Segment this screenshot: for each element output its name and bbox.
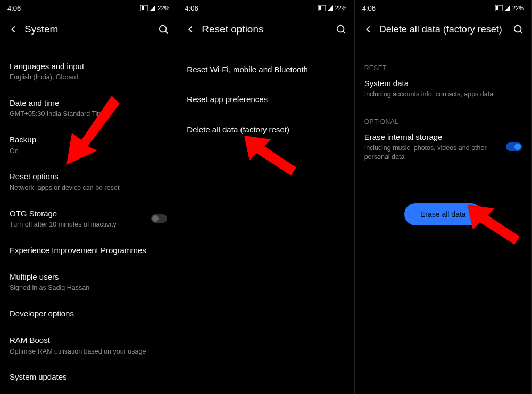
item-subtitle: Signed in as Sadiq Hassan [10, 283, 167, 292]
status-icons [140, 5, 155, 11]
erase-storage-toggle[interactable] [506, 142, 522, 151]
erase-all-data-button[interactable]: Erase all data [404, 203, 482, 225]
back-arrow-icon [362, 23, 374, 35]
item-title: Reset Wi-Fi, mobile and Bluetooth [187, 64, 344, 75]
battery-pct: 22% [157, 5, 169, 11]
status-bar: 4:06 22% [355, 0, 531, 14]
item-title: Multiple users [10, 272, 167, 282]
item-title: Delete all data (factory reset) [187, 124, 344, 135]
volte-icon [140, 5, 148, 11]
back-button[interactable] [362, 23, 374, 35]
erase-storage-item[interactable]: Erase internal storage Including music, … [364, 129, 522, 171]
divider [0, 46, 177, 46]
search-icon [157, 23, 169, 35]
item-subtitle: Turn off after 10 minutes of inactivity [10, 220, 117, 229]
svg-line-13 [520, 31, 522, 33]
languages-item[interactable]: Languages and input English (India), Gbo… [10, 55, 167, 91]
divider [177, 46, 354, 46]
search-icon [512, 23, 524, 35]
item-title: Experience Improvement Programmes [10, 245, 167, 256]
item-title: Date and time [10, 98, 167, 108]
status-right: 22% [140, 5, 169, 11]
status-time: 4:06 [362, 4, 376, 12]
svg-rect-1 [142, 6, 144, 10]
status-bar: 4:06 22% [177, 0, 354, 14]
item-subtitle: Network, apps or device can be reset [10, 183, 167, 192]
status-icons [318, 5, 333, 11]
reset-options-item[interactable]: Reset options Network, apps or device ca… [10, 165, 167, 202]
experience-item[interactable]: Experience Improvement Programmes [10, 239, 167, 265]
reset-app-prefs-item[interactable]: Reset app preferences [187, 85, 344, 114]
battery-pct: 22% [335, 5, 347, 11]
otg-storage-item[interactable]: OTG Storage Turn off after 10 minutes of… [10, 202, 167, 239]
status-right: 22% [318, 5, 347, 11]
header: Delete all data (factory reset) [355, 14, 531, 46]
status-icons [495, 5, 510, 11]
section-optional-label: OPTIONAL [364, 108, 522, 129]
item-title: Developer options [10, 308, 167, 319]
search-button[interactable] [157, 23, 169, 35]
page-title: Reset options [202, 23, 335, 35]
system-updates-item[interactable]: System updates [10, 365, 167, 392]
item-subtitle: Including music, photos, videos and othe… [364, 144, 502, 162]
svg-point-2 [160, 26, 167, 32]
item-title: Reset options [10, 171, 167, 182]
signal-icon [504, 5, 510, 11]
volte-icon [318, 5, 326, 11]
header: Reset options [177, 14, 354, 46]
item-subtitle: Optimise RAM utilisation based on your u… [10, 347, 167, 356]
item-title: System updates [10, 372, 167, 382]
status-time: 4:06 [185, 4, 198, 12]
volte-icon [495, 5, 503, 11]
section-reset-label: RESET [364, 55, 522, 75]
back-arrow-icon [185, 23, 196, 35]
date-time-item[interactable]: Date and time GMT+05:30 India Standard T… [10, 91, 167, 128]
page-title: System [24, 23, 157, 35]
item-title: OTG Storage [10, 208, 117, 219]
search-button[interactable] [335, 23, 347, 35]
signal-icon [149, 5, 155, 11]
multiple-users-item[interactable]: Multiple users Signed in as Sadiq Hassan [10, 265, 167, 302]
svg-rect-11 [496, 6, 498, 10]
item-subtitle: On [10, 147, 167, 156]
item-title: Languages and input [10, 61, 167, 72]
power-off-item[interactable]: Power Off [10, 392, 167, 394]
system-data-item: System data Including accounts info, con… [364, 75, 522, 108]
status-right: 22% [495, 5, 524, 11]
otg-toggle[interactable] [151, 214, 167, 223]
reset-wifi-item[interactable]: Reset Wi-Fi, mobile and Bluetooth [187, 55, 344, 85]
svg-line-8 [343, 31, 345, 33]
item-title: System data [364, 78, 522, 89]
search-icon [335, 23, 347, 35]
back-arrow-icon [7, 23, 19, 35]
status-bar: 4:06 22% [0, 0, 177, 14]
backup-item[interactable]: Backup On [10, 128, 167, 165]
item-title: Erase internal storage [364, 132, 502, 142]
item-title: RAM Boost [10, 335, 167, 346]
item-title: Reset app preferences [187, 94, 344, 105]
status-time: 4:06 [7, 4, 21, 12]
delete-all-data-item[interactable]: Delete all data (factory reset) [187, 115, 344, 145]
svg-rect-6 [319, 6, 321, 10]
svg-point-7 [337, 26, 344, 32]
factory-reset-content: RESET System data Including accounts inf… [355, 51, 531, 225]
signal-icon [327, 5, 333, 11]
ram-boost-item[interactable]: RAM Boost Optimise RAM utilisation based… [10, 329, 167, 365]
search-button[interactable] [512, 23, 524, 35]
header: System [0, 14, 177, 46]
item-subtitle: Including accounts info, contacts, apps … [364, 90, 522, 99]
battery-pct: 22% [512, 5, 524, 11]
item-title: Backup [10, 135, 167, 145]
developer-options-item[interactable]: Developer options [10, 302, 167, 329]
back-button[interactable] [185, 23, 196, 35]
settings-list: Languages and input English (India), Gbo… [0, 51, 177, 394]
factory-reset-screen: 4:06 22% Delete all data (factory reset)… [355, 0, 532, 394]
item-subtitle: English (India), Gboard [10, 73, 167, 82]
system-settings-screen: 4:06 22% System Languages and input Engl… [0, 0, 177, 394]
svg-line-3 [165, 31, 168, 33]
svg-point-12 [514, 26, 521, 32]
divider [355, 46, 531, 46]
reset-options-screen: 4:06 22% Reset options Reset Wi-Fi, mobi… [177, 0, 354, 394]
reset-list: Reset Wi-Fi, mobile and Bluetooth Reset … [177, 51, 354, 145]
back-button[interactable] [7, 23, 19, 35]
